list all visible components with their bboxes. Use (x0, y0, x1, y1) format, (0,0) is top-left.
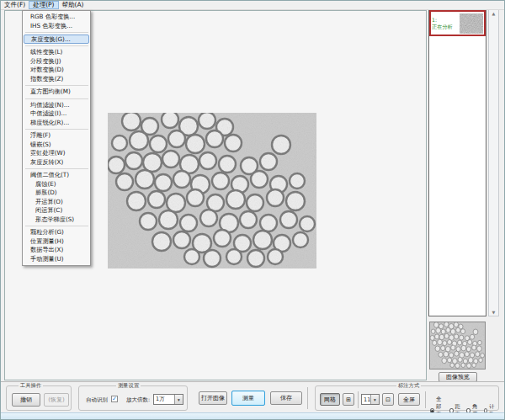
preview-thumbnail-wrap (429, 322, 486, 369)
zoom-factor-label: 放大倍数: (126, 396, 150, 404)
menu-item[interactable]: 形态学梯度(S) (23, 215, 90, 225)
groupbox-measure-settings-title: 测量设置 (116, 382, 141, 390)
groupbox-annotation-mode-title: 标注方式 (396, 382, 421, 390)
menu-item[interactable]: 中值滤波(I)... (23, 109, 90, 119)
menu-separator (25, 32, 88, 33)
result-item-thumbnail (460, 13, 483, 34)
menubar-item[interactable]: 文件(F) (1, 1, 29, 9)
scroll-up-icon[interactable]: ▲ (489, 10, 498, 17)
menu-item[interactable]: 均值滤波(N)... (23, 101, 90, 110)
preview-thumbnail (430, 322, 485, 369)
menu-item[interactable]: 对数变换(D) (23, 66, 90, 75)
groupbox-tools: 工具操作 撤销 (恢复) (6, 385, 72, 411)
grid-toggle-button[interactable]: 网格 (320, 393, 340, 406)
redo-button[interactable]: (恢复) (44, 393, 69, 407)
scroll-down-icon[interactable]: ▼ (489, 309, 498, 316)
menu-item[interactable]: 闭运算(C) (23, 206, 90, 215)
layers-icon[interactable]: ⊡ (382, 393, 394, 406)
menu-item[interactable]: 指数变换(Z) (23, 75, 90, 84)
grid-icon[interactable]: ⊞ (343, 393, 354, 406)
size-combo-value: 11 (362, 396, 370, 403)
menu-item[interactable]: 阈值二值化(T) (23, 171, 90, 180)
menu-item[interactable]: 膨胀(D) (23, 189, 90, 198)
menu-item[interactable]: 分段变换(J) (23, 57, 90, 66)
groupbox-measure-settings: 测量设置 自动识别 ✓ 放大倍数: 1万 ▾ (78, 385, 188, 411)
menu-item[interactable]: 梯度锐化(R)... (23, 119, 90, 128)
dropdown-menu: RGB 色彩变换...IHS 色彩变换...灰度变换(G)...线性变换(L)分… (22, 10, 91, 266)
measure-button[interactable]: 测量 (231, 391, 265, 406)
menu-item[interactable]: 线性变换(L) (23, 48, 90, 57)
menu-item[interactable]: 灰度变换(G)... (24, 35, 89, 44)
size-combo[interactable]: 11 ▾ (361, 394, 380, 405)
menu-separator (25, 98, 88, 99)
chevron-down-icon[interactable]: ▾ (370, 395, 379, 404)
menubar: 文件(F)处理(P)帮助(A) (1, 1, 504, 10)
menu-item[interactable]: 开运算(O) (23, 198, 90, 207)
group3-divider-1 (358, 391, 359, 408)
result-item-status-text: 1: 正在分析 (432, 17, 460, 29)
menu-item[interactable]: RGB 色彩变换... (23, 13, 90, 22)
zoom-factor-value: 1万 (154, 396, 174, 403)
group3-divider-2 (425, 391, 426, 408)
open-image-button[interactable]: 打开图像 (199, 391, 227, 405)
result-list-item-selected[interactable]: 1: 正在分析 (429, 10, 486, 36)
menu-item[interactable]: 位置测量(H) (23, 237, 90, 247)
menu-item[interactable]: 浮雕(F) (23, 131, 90, 141)
undo-button[interactable]: 撤销 (12, 393, 40, 407)
menu-item[interactable]: 数据导出(X) (23, 246, 90, 255)
menu-separator (25, 168, 88, 169)
menu-separator (25, 129, 88, 130)
menu-item[interactable]: 腐蚀(E) (23, 180, 90, 189)
menu-item[interactable]: 手动测量(U) (23, 255, 90, 264)
bottom-toolbar: 工具操作 撤销 (恢复) 测量设置 自动识别 ✓ 放大倍数: 1万 ▾ 打开图像… (1, 382, 504, 414)
menu-item[interactable]: IHS 色彩变换... (23, 22, 90, 31)
menu-item[interactable]: 颗粒分析(G) (23, 228, 90, 237)
micrograph-image (108, 113, 316, 268)
menubar-item[interactable]: 帮助(A) (59, 1, 88, 9)
menu-item[interactable]: 镶嵌(S) (23, 141, 90, 150)
fullscreen-button[interactable]: 全屏 (398, 393, 420, 406)
menubar-item[interactable]: 处理(P) (29, 1, 58, 9)
sidebar-scrollbar[interactable]: ▲ ▼ (488, 9, 499, 316)
zoom-factor-combo[interactable]: 1万 ▾ (153, 394, 183, 405)
menu-separator (25, 45, 88, 46)
toolbar-vertical-divider (307, 387, 308, 409)
status-strip (1, 412, 504, 419)
menu-item[interactable]: 霓虹处理(W) (23, 149, 90, 158)
result-listbox[interactable]: 1: 正在分析 (428, 9, 486, 316)
menu-separator (25, 226, 88, 226)
menu-item[interactable]: 直方图均衡(M) (23, 88, 90, 97)
chevron-down-icon[interactable]: ▾ (174, 395, 183, 404)
menu-item[interactable]: 灰度反转(X) (23, 158, 90, 167)
app-window: { "colors": { "selection_red": "#b03030"… (0, 0, 505, 420)
auto-detect-label: 自动识别 (86, 396, 108, 404)
save-button[interactable]: 保存 (270, 391, 302, 405)
groupbox-tools-title: 工具操作 (19, 382, 43, 390)
auto-detect-checkbox[interactable]: ✓ (111, 396, 118, 402)
groupbox-annotation-mode: 标注方式 网格 ⊞ 11 ▾ ⊡ 全屏 全部要素距离角度计数 (315, 385, 499, 411)
menu-separator (25, 85, 88, 86)
